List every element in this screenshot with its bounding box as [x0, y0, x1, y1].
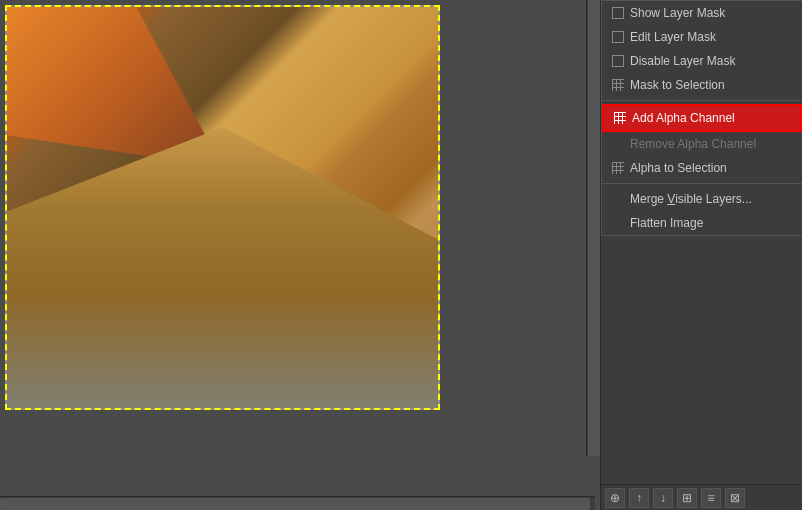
menu-label-edit-layer-mask: Edit Layer Mask — [630, 30, 716, 44]
context-menu: Show Layer Mask Edit Layer Mask Disable … — [601, 0, 802, 236]
toolbar-btn-new-layer[interactable]: ⊕ — [605, 488, 625, 508]
menu-label-disable-layer-mask: Disable Layer Mask — [630, 54, 735, 68]
alpha-grid-icon — [614, 112, 626, 124]
scrollbar-thumb-vertical[interactable] — [588, 0, 600, 456]
menu-item-mask-to-selection[interactable]: Mask to Selection — [602, 73, 802, 97]
checkbox-icon-edit — [610, 29, 626, 45]
checkbox-show — [612, 7, 624, 19]
grid-icon-mask — [610, 77, 626, 93]
canvas-image — [5, 5, 440, 410]
toolbar-btn-move-up[interactable]: ↑ — [629, 488, 649, 508]
menu-item-add-alpha-channel[interactable]: Add Alpha Channel — [602, 104, 802, 132]
checkbox-icon-show — [610, 5, 626, 21]
grid-icon-alpha — [612, 110, 628, 126]
menu-label-alpha-to-selection: Alpha to Selection — [630, 161, 727, 175]
right-panel: Mod Normal Opac Lock: Show Layer Mask Ed… — [600, 0, 802, 510]
checkbox-disable — [612, 55, 624, 67]
menu-label-merge-visible: Merge Visible Layers... — [630, 192, 752, 206]
grid-icon — [612, 79, 624, 91]
toolbar-btn-duplicate[interactable]: ⊞ — [677, 488, 697, 508]
menu-item-alpha-to-selection[interactable]: Alpha to Selection — [602, 156, 802, 180]
menu-item-disable-layer-mask[interactable]: Disable Layer Mask — [602, 49, 802, 73]
menu-label-remove-alpha-channel: Remove Alpha Channel — [630, 137, 756, 151]
menu-item-remove-alpha-channel[interactable]: Remove Alpha Channel — [602, 132, 802, 156]
menu-label-show-layer-mask: Show Layer Mask — [630, 6, 725, 20]
menu-label-mask-to-selection: Mask to Selection — [630, 78, 725, 92]
menu-item-show-layer-mask[interactable]: Show Layer Mask — [602, 1, 802, 25]
grid-icon-alpha-sel — [610, 160, 626, 176]
canvas-image-content — [7, 7, 438, 408]
canvas-scrollbar-vertical[interactable] — [586, 0, 600, 456]
menu-item-merge-visible[interactable]: Merge Visible Layers... — [602, 187, 802, 211]
bottom-toolbar: ⊕ ↑ ↓ ⊞ ≡ ⊠ — [601, 484, 802, 510]
menu-item-flatten-image[interactable]: Flatten Image — [602, 211, 802, 235]
toolbar-btn-properties[interactable]: ≡ — [701, 488, 721, 508]
menu-separator-2 — [602, 183, 802, 184]
merge-underline-v: V — [667, 192, 675, 206]
canvas-area — [0, 0, 600, 510]
toolbar-btn-delete[interactable]: ⊠ — [725, 488, 745, 508]
menu-separator-1 — [602, 100, 802, 101]
checkbox-edit — [612, 31, 624, 43]
menu-label-add-alpha-channel: Add Alpha Channel — [632, 111, 735, 125]
scrollbar-thumb-horizontal[interactable] — [0, 498, 590, 510]
menu-label-flatten-image: Flatten Image — [630, 216, 703, 230]
menu-item-edit-layer-mask[interactable]: Edit Layer Mask — [602, 25, 802, 49]
toolbar-btn-move-down[interactable]: ↓ — [653, 488, 673, 508]
checkbox-icon-disable — [610, 53, 626, 69]
alpha-sel-icon — [612, 162, 624, 174]
canvas-scrollbar-horizontal[interactable] — [0, 496, 595, 510]
